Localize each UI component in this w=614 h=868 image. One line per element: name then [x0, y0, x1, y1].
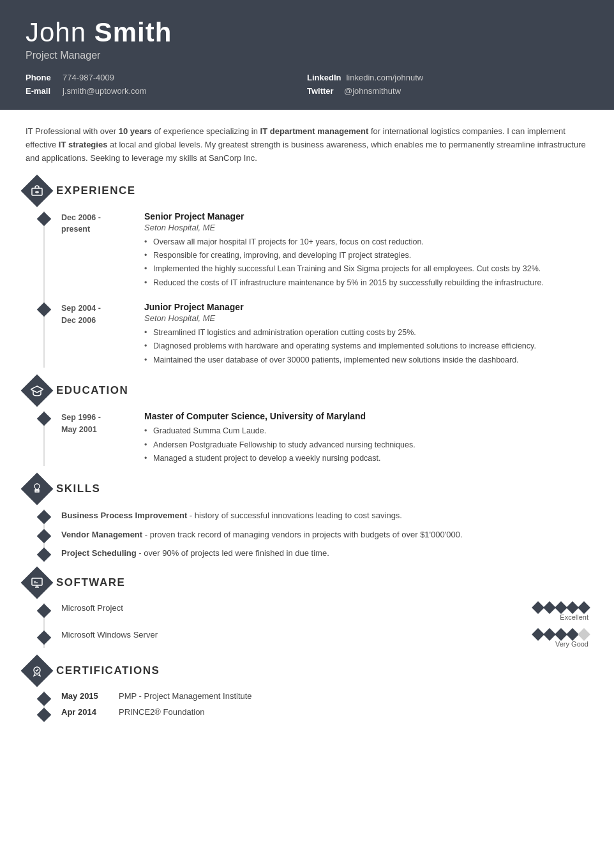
linkedin-label: LinkedIn	[307, 73, 341, 82]
education-icon	[21, 375, 54, 407]
email-item: E-mail j.smith@uptowork.com	[26, 86, 307, 96]
phone-value: 774-987-4009	[63, 73, 114, 82]
job-company: Seton Hospital, ME	[144, 223, 588, 232]
job-body: Junior Project Manager Seton Hospital, M…	[144, 302, 588, 368]
contact-col-left: Phone 774-987-4009 E-mail j.smith@uptowo…	[26, 73, 307, 96]
cert-date: May 2015	[61, 691, 106, 701]
experience-icon	[21, 174, 54, 207]
software-list: Microsoft Project Excellent Microsoft Wi…	[43, 603, 588, 648]
experience-title: EXPERIENCE	[56, 184, 136, 197]
edu-body: Master of Computer Science, University o…	[144, 411, 588, 466]
skill-name: Vendor Management	[61, 530, 142, 539]
edu-bullets: Graduated Summa Cum Laude. Andersen Post…	[144, 425, 588, 465]
education-section: EDUCATION Sep 1996 - May 2001 Master of …	[26, 379, 588, 466]
education-header: EDUCATION	[26, 379, 588, 402]
timeline-dot	[37, 303, 52, 317]
bullet-item: Responsible for creating, improving, and…	[144, 250, 588, 262]
rating-diamonds	[534, 630, 588, 639]
diamond-filled	[566, 628, 579, 641]
bullet-item: Graduated Summa Cum Laude.	[144, 425, 588, 437]
skill-item: Vendor Management - proven track record …	[43, 528, 588, 541]
job-bullets: Streamlined IT logistics and administrat…	[144, 327, 588, 366]
job-date: Dec 2006 - present	[61, 211, 144, 291]
job-title-text: Senior Project Manager	[144, 211, 588, 221]
job-title-text: Junior Project Manager	[144, 302, 588, 312]
diamond-filled	[543, 601, 556, 614]
bullet-item: Managed a student project to develop a w…	[144, 453, 588, 465]
software-name: Microsoft Project	[61, 603, 534, 613]
software-rating: Excellent	[534, 603, 588, 621]
bullet-item: Maintained the user database of over 300…	[144, 354, 588, 366]
job-body: Senior Project Manager Seton Hospital, M…	[144, 211, 588, 291]
cert-name: PRINCE2® Foundation	[119, 707, 205, 717]
svg-marker-3	[31, 386, 43, 393]
timeline-dot	[37, 211, 52, 226]
skill-desc: - over 90% of projects led were finished…	[137, 548, 329, 558]
timeline-item: Sep 2004 - Dec 2006 Junior Project Manag…	[43, 302, 588, 368]
timeline-item: Sep 1996 - May 2001 Master of Computer S…	[43, 411, 588, 466]
bullet-item: Oversaw all major hospital IT projects f…	[144, 236, 588, 248]
edu-degree: Master of Computer Science, University o…	[144, 411, 588, 421]
certifications-section: CERTIFICATIONS May 2015 PMP - Project Ma…	[26, 659, 588, 717]
timeline-dot	[37, 412, 52, 426]
software-item: Microsoft Windows Server Very Good	[43, 630, 588, 648]
certifications-list: May 2015 PMP - Project Management Instit…	[43, 691, 588, 717]
diamond-filled	[543, 628, 556, 641]
diamond-filled	[566, 601, 579, 614]
skills-icon	[21, 473, 54, 505]
skill-desc: - history of successful innovations lead…	[187, 511, 402, 520]
timeline-content: Dec 2006 - present Senior Project Manage…	[61, 211, 588, 291]
skills-title: SKILLS	[56, 483, 100, 495]
svg-rect-6	[32, 578, 42, 585]
education-title: EDUCATION	[56, 384, 128, 397]
skill-dot	[37, 529, 52, 544]
phone-item: Phone 774-987-4009	[26, 73, 307, 82]
diamond-filled	[532, 601, 544, 614]
twitter-label: Twitter	[307, 86, 339, 96]
twitter-item: Twitter @johnsmithutw	[307, 86, 588, 96]
linkedin-item: LinkedIn linkedin.com/johnutw	[307, 73, 588, 82]
diamond-filled	[532, 628, 544, 641]
diamond-filled	[578, 601, 590, 614]
job-title: Project Manager	[26, 50, 588, 61]
software-item: Microsoft Project Excellent	[43, 603, 588, 621]
last-name: Smith	[94, 17, 172, 47]
software-title: SOFTWARE	[56, 576, 125, 589]
timeline-content: Sep 1996 - May 2001 Master of Computer S…	[61, 411, 588, 466]
software-name: Microsoft Windows Server	[61, 630, 534, 640]
job-company: Seton Hospital, ME	[144, 313, 588, 323]
phone-label: Phone	[26, 73, 57, 82]
cert-date: Apr 2014	[61, 707, 106, 717]
diamond-empty	[578, 628, 590, 641]
diamond-filled	[555, 628, 567, 641]
software-header: SOFTWARE	[26, 571, 588, 594]
svg-rect-5	[35, 491, 39, 492]
software-dot	[37, 631, 52, 645]
diamond-filled	[555, 601, 567, 614]
full-name: John Smith	[26, 18, 588, 47]
job-bullets: Oversaw all major hospital IT projects f…	[144, 236, 588, 290]
rating-label: Very Good	[555, 640, 588, 648]
header: John Smith Project Manager Phone 774-987…	[0, 0, 614, 110]
experience-timeline: Dec 2006 - present Senior Project Manage…	[43, 211, 588, 368]
email-label: E-mail	[26, 86, 57, 96]
skill-desc: - proven track record of managing vendor…	[142, 530, 462, 539]
cert-name: PMP - Project Management Institute	[119, 691, 252, 701]
bullet-item: Reduced the costs of IT infrastructure m…	[144, 277, 588, 289]
certifications-icon	[21, 654, 54, 687]
timeline-content: Sep 2004 - Dec 2006 Junior Project Manag…	[61, 302, 588, 368]
experience-section: EXPERIENCE Dec 2006 - present Senior Pro…	[26, 179, 588, 368]
cert-item: Apr 2014 PRINCE2® Foundation	[43, 707, 588, 717]
rating-label: Excellent	[560, 613, 588, 621]
twitter-value: @johnsmithutw	[344, 86, 401, 96]
skill-name: Business Process Improvement	[61, 511, 187, 520]
linkedin-value: linkedin.com/johnutw	[346, 73, 423, 82]
skill-item: Business Process Improvement - history o…	[43, 509, 588, 522]
software-rating: Very Good	[534, 630, 588, 648]
email-value: j.smith@uptowork.com	[63, 86, 147, 96]
software-section: SOFTWARE Microsoft Project Excellent	[26, 571, 588, 648]
skill-item: Project Scheduling - over 90% of project…	[43, 547, 588, 560]
cert-dot	[37, 692, 52, 707]
skills-section: SKILLS Business Process Improvement - hi…	[26, 477, 588, 560]
bullet-item: Andersen Postgraduate Fellowship to stud…	[144, 439, 588, 451]
